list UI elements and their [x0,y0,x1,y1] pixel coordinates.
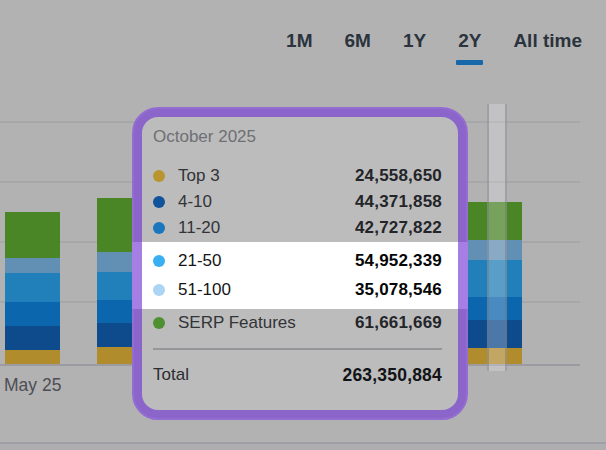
tooltip-row-serp-features: SERP Features61,661,669 [153,310,442,336]
legend-dot [153,170,165,182]
legend-dot [153,284,165,296]
tooltip-rows-top: Top 324,558,6504-1044,371,85811-2042,727… [153,163,442,241]
hover-highlight-band [487,104,507,371]
tooltip-rows-highlighted: 21-5054,952,33951-10035,078,546 [153,242,442,308]
tooltip-title: October 2025 [153,127,442,149]
tooltip-row-label: Top 3 [178,166,220,186]
tooltip-total-label: Total [153,365,189,385]
bar-segment [5,350,60,364]
tooltip-row-value: 35,078,546 [355,280,442,300]
tooltip-row-label: 51-100 [178,280,231,300]
tooltip-row-value: 24,558,650 [355,166,442,186]
tooltip-row-label: 21-50 [178,251,221,271]
selected-tab-underline [456,60,483,65]
tooltip-row-11-20: 11-2042,727,822 [153,215,442,241]
tooltip-row-label: 11-20 [178,218,220,238]
legend-dot [153,255,165,267]
tab-1y[interactable]: 1Y [403,28,426,54]
tooltip-row-51-100: 51-10035,078,546 [153,275,442,304]
tooltip-row-value: 61,661,669 [355,313,442,333]
tooltip-total-row: Total 263,350,884 [153,360,442,390]
tooltip-row-label: SERP Features [178,313,296,333]
chart-panel: 1M6M1Y2YAll time May 25 October 2025 Top… [0,0,606,450]
tab-all-time[interactable]: All time [513,28,582,54]
tooltip-total-value: 263,350,884 [342,365,442,386]
time-range-tabs: 1M6M1Y2YAll time [286,28,582,54]
tooltip-row-value: 44,371,858 [355,192,442,212]
chart-tooltip: October 2025 Top 324,558,6504-1044,371,8… [132,107,468,420]
stacked-bar-1[interactable] [5,212,60,364]
bar-segment [5,326,60,350]
bar-segment [5,302,60,326]
bar-segment [5,273,60,302]
tooltip-row-value: 42,727,822 [355,218,442,238]
legend-dot [153,222,165,234]
tab-2y[interactable]: 2Y [458,28,481,54]
tab-6m[interactable]: 6M [344,28,370,54]
bar-segment [5,212,60,258]
tooltip-row-top-3: Top 324,558,650 [153,163,442,189]
legend-dot [153,196,165,208]
tab-1m[interactable]: 1M [286,28,312,54]
tooltip-row-21-50: 21-5054,952,339 [153,246,442,275]
tooltip-row-label: 4-10 [178,192,212,212]
x-axis-tick-label: May 25 [4,375,61,396]
tooltip-rows-bottom: SERP Features61,661,669 [153,310,442,336]
bar-segment [5,258,60,273]
legend-dot [153,317,165,329]
tooltip-row-4-10: 4-1044,371,858 [153,189,442,215]
tooltip-divider [153,348,442,350]
tooltip-content: October 2025 Top 324,558,6504-1044,371,8… [132,107,468,420]
tooltip-row-value: 54,952,339 [355,251,442,271]
